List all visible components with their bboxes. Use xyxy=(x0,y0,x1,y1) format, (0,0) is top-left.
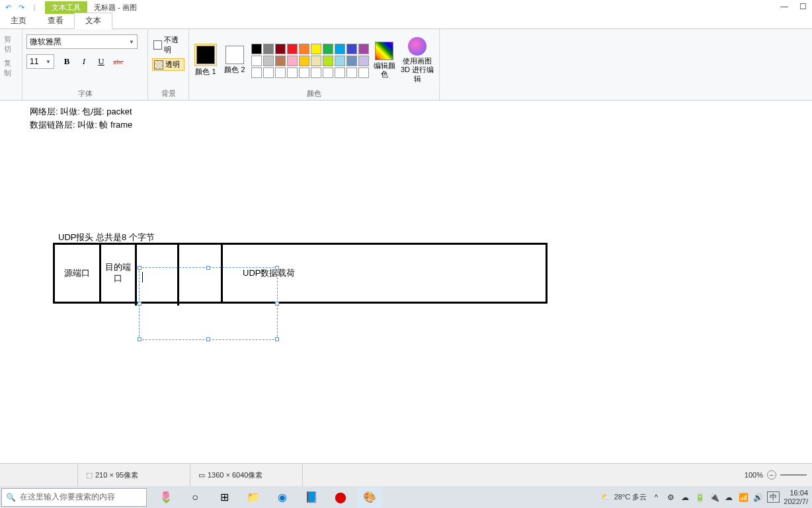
paint-icon[interactable]: 🎨 xyxy=(357,487,382,507)
battery-icon[interactable]: 🔋 xyxy=(694,492,705,503)
color1-button[interactable]: 颜色 1 xyxy=(193,41,218,76)
color-swatch[interactable] xyxy=(346,44,357,54)
zoom-control: 100% − xyxy=(745,470,812,480)
search-box[interactable]: 🔍 在这里输入你要搜索的内容 xyxy=(1,488,147,507)
window-title: 无标题 - 画图 xyxy=(94,3,137,13)
clock-date[interactable]: 2022/7/ xyxy=(784,497,808,505)
color-swatch[interactable] xyxy=(299,44,309,54)
color-swatch[interactable] xyxy=(251,56,262,66)
font-family-select[interactable]: 微软雅黑 ▼ xyxy=(26,34,138,49)
color-swatch[interactable] xyxy=(287,67,298,78)
ime-indicator[interactable]: 中 xyxy=(767,491,780,503)
canvas[interactable]: 网络层: 叫做: 包/掘: packet 数据链路层: 叫做: 帧 frame … xyxy=(0,101,812,463)
status-selection-size: ⬚ 210 × 95像素 xyxy=(78,464,190,486)
undo-icon[interactable]: ↶ xyxy=(3,2,13,13)
font-group-label: 字体 xyxy=(26,87,143,100)
quick-access-toolbar: ↶ ↷ | xyxy=(0,2,40,13)
paint3d-label: 使用画图 3D 进行编辑 xyxy=(399,57,435,83)
color-swatch[interactable] xyxy=(299,67,309,78)
opaque-icon xyxy=(153,40,162,50)
volume-icon[interactable]: 🔊 xyxy=(752,492,763,503)
taskview-icon[interactable]: ⊞ xyxy=(212,487,237,507)
color-swatch[interactable] xyxy=(263,67,274,78)
color2-label: 颜色 2 xyxy=(224,65,245,74)
edit-colors-label: 编辑颜色 xyxy=(373,62,395,79)
wifi-icon[interactable]: 📶 xyxy=(738,492,749,503)
color-swatch[interactable] xyxy=(251,67,262,78)
system-tray: ⛅ 28°C 多云 ^ ⚙ ☁ 🔋 🔌 ☁ 📶 🔊 中 16:04 2022/7… xyxy=(601,489,812,505)
edit-colors-button[interactable]: 编辑颜色 xyxy=(373,39,395,79)
color-swatch[interactable] xyxy=(287,56,298,66)
color-swatch[interactable] xyxy=(323,67,333,78)
weather-text[interactable]: 28°C 多云 xyxy=(614,492,647,502)
udp-cell-src-port: 源端口 xyxy=(55,245,101,302)
color-swatch[interactable] xyxy=(346,67,357,78)
edge-icon[interactable]: ◉ xyxy=(270,487,295,507)
record-icon[interactable]: ⬤ xyxy=(328,487,353,507)
color-swatch[interactable] xyxy=(311,44,321,54)
copy-button[interactable]: 复制 xyxy=(4,57,18,79)
zoom-slider[interactable] xyxy=(780,474,807,476)
color-swatch[interactable] xyxy=(311,56,321,66)
color-swatch[interactable] xyxy=(251,44,262,54)
transparent-option[interactable]: 透明 xyxy=(152,58,184,71)
color-swatch[interactable] xyxy=(358,67,369,78)
search-placeholder: 在这里输入你要搜索的内容 xyxy=(20,491,115,503)
chevron-up-icon[interactable]: ^ xyxy=(651,492,661,503)
minimize-button[interactable]: — xyxy=(775,0,793,13)
tray-icon-1[interactable]: ⚙ xyxy=(665,492,676,503)
tab-home[interactable]: 主页 xyxy=(0,13,37,28)
paint3d-button[interactable]: 使用画图 3D 进行编辑 xyxy=(399,34,435,83)
zoom-out-button[interactable]: − xyxy=(767,470,776,480)
search-icon: 🔍 xyxy=(6,493,16,502)
strikethrough-button[interactable]: abc xyxy=(112,56,124,67)
canvas-text-line2: 数据链路层: 叫做: 帧 frame xyxy=(30,119,132,131)
color-swatch[interactable] xyxy=(263,44,274,54)
color-swatch[interactable] xyxy=(335,56,345,66)
rainbow-icon xyxy=(375,42,393,60)
tab-text[interactable]: 文本 xyxy=(74,13,112,29)
color-swatch[interactable] xyxy=(323,44,333,54)
font-size-select[interactable]: 11 ▼ xyxy=(26,54,54,69)
color-swatch[interactable] xyxy=(346,56,357,66)
colors-group-label: 颜色 xyxy=(193,87,435,100)
redo-icon[interactable]: ↷ xyxy=(16,2,26,13)
app-icon-2[interactable]: 📘 xyxy=(299,487,324,507)
color-swatch[interactable] xyxy=(335,44,345,54)
app-icon-1[interactable]: 🌷 xyxy=(153,487,179,507)
cut-button[interactable]: 剪切 xyxy=(4,33,18,56)
color-swatch[interactable] xyxy=(275,56,286,66)
color-swatch[interactable] xyxy=(263,56,274,66)
udp-diagram: 源端口 目的端口 UDP数据载荷 xyxy=(53,243,548,304)
weather-icon[interactable]: ⛅ xyxy=(601,493,610,501)
tab-view[interactable]: 查看 xyxy=(37,13,74,28)
text-selection-box[interactable] xyxy=(139,267,278,340)
zoom-value: 100% xyxy=(745,471,763,479)
opaque-option[interactable]: 不透明 xyxy=(152,34,184,56)
color-swatch[interactable] xyxy=(358,56,369,66)
color-swatch[interactable] xyxy=(287,44,298,54)
color-swatch[interactable] xyxy=(358,44,369,54)
explorer-icon[interactable]: 📁 xyxy=(241,487,266,507)
italic-button[interactable]: I xyxy=(78,56,90,67)
tray-icon-2[interactable]: ☁ xyxy=(680,492,690,503)
color-swatch[interactable] xyxy=(299,56,309,66)
usb-icon[interactable]: 🔌 xyxy=(709,492,719,503)
color-swatch[interactable] xyxy=(275,44,286,54)
maximize-button[interactable]: ☐ xyxy=(793,0,812,13)
cortana-icon[interactable]: ○ xyxy=(183,487,208,507)
window-controls: — ☐ xyxy=(775,0,812,13)
canvas-size-value: 1360 × 6040像素 xyxy=(208,470,263,480)
onedrive-icon[interactable]: ☁ xyxy=(723,492,734,503)
color2-button[interactable]: 颜色 2 xyxy=(222,43,247,74)
color-swatch[interactable] xyxy=(323,56,333,66)
clock-time[interactable]: 16:04 xyxy=(784,489,808,497)
selection-size-value: 210 × 95像素 xyxy=(95,470,138,480)
taskbar: 🔍 在这里输入你要搜索的内容 🌷 ○ ⊞ 📁 ◉ 📘 ⬤ 🎨 ⛅ 28°C 多云… xyxy=(0,486,812,508)
color-swatch[interactable] xyxy=(311,67,321,78)
underline-button[interactable]: U xyxy=(95,56,107,67)
bold-button[interactable]: B xyxy=(61,56,73,67)
taskbar-apps: 🌷 ○ ⊞ 📁 ◉ 📘 ⬤ 🎨 xyxy=(153,487,382,507)
color-swatch[interactable] xyxy=(335,67,345,78)
color-swatch[interactable] xyxy=(275,67,286,78)
